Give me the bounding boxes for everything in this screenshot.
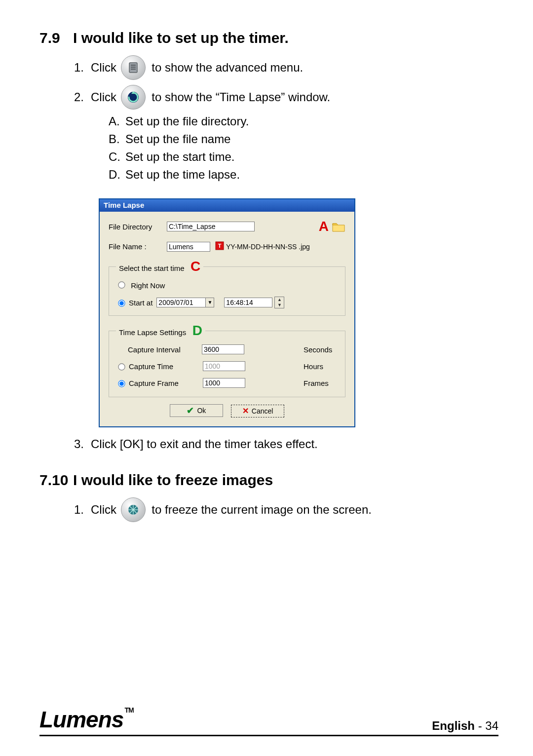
time-lapse-legend: Time Lapse Settings: [119, 328, 186, 337]
time-lapse-icon: [121, 85, 146, 110]
right-now-label: Right Now: [131, 281, 165, 290]
start-at-radio[interactable]: [118, 300, 125, 306]
start-date-input[interactable]: [157, 298, 205, 307]
section-7-9-title: I would like to set up the timer.: [73, 30, 289, 46]
substep-D: D.Set up the time lapse.: [109, 166, 498, 184]
start-time-group: Select the start time C Right Now Start …: [109, 259, 345, 316]
time-lapse-dialog: Time Lapse File Directory A File Name : …: [99, 198, 355, 427]
start-time-input[interactable]: [224, 298, 272, 307]
section-7-10-heading: 7.10I would like to freeze images: [39, 472, 498, 489]
brand-logo: LumensTM: [39, 706, 134, 733]
capture-interval-input[interactable]: [202, 344, 244, 354]
callout-D: D: [192, 323, 202, 338]
svg-text:T: T: [218, 243, 222, 249]
substep-C: C.Set up the start time.: [109, 148, 498, 166]
step-7-9-1: 1.Click to show the advanced menu.: [74, 55, 498, 82]
substep-A: A.Set up the file directory.: [109, 113, 498, 130]
cancel-button[interactable]: ✕Cancel: [231, 405, 284, 417]
ok-button[interactable]: ✔Ok: [170, 404, 223, 417]
page-indicator: English - 34: [432, 719, 498, 733]
step-7-10-1: 1.Click to freeze the current image on t…: [74, 497, 498, 524]
step-7-9-3: 3.Click [OK] to exit and the timer takes…: [39, 434, 498, 454]
browse-folder-icon[interactable]: [332, 221, 345, 232]
start-at-label: Start at: [129, 299, 152, 307]
capture-interval-label: Capture Interval: [128, 345, 202, 354]
section-7-10-title: I would like to freeze images: [73, 472, 273, 488]
file-pattern-text: YY-MM-DD-HH-NN-SS .jpg: [226, 243, 310, 251]
dialog-titlebar: Time Lapse: [100, 199, 354, 212]
file-directory-label: File Directory: [109, 223, 167, 231]
advanced-menu-icon: [121, 55, 146, 80]
capture-frame-radio[interactable]: [118, 380, 125, 387]
time-spinner[interactable]: ▲▼: [274, 297, 284, 308]
file-name-input[interactable]: [167, 242, 210, 252]
substep-B: B.Set up the file name: [109, 130, 498, 148]
right-now-radio[interactable]: [118, 281, 125, 288]
hours-label: Hours: [304, 362, 338, 371]
callout-C: C: [190, 259, 200, 274]
seconds-label: Seconds: [304, 345, 338, 354]
capture-time-label: Capture Time: [129, 362, 203, 371]
start-time-legend: Select the start time: [119, 264, 185, 272]
page-footer: LumensTM English - 34: [39, 706, 498, 736]
pattern-icon: T: [215, 241, 224, 252]
capture-time-radio[interactable]: [118, 363, 125, 370]
step-7-9-2: 2.Click to show the “Time Lapse” window.…: [74, 85, 498, 184]
section-7-9-heading: 7.9I would like to set up the timer.: [39, 30, 498, 46]
svg-rect-0: [129, 63, 137, 73]
section-7-9-number: 7.9: [39, 30, 73, 46]
capture-frame-input[interactable]: [203, 378, 245, 388]
file-directory-input[interactable]: [167, 222, 255, 231]
capture-frame-label: Capture Frame: [129, 379, 203, 387]
callout-A: A: [319, 219, 329, 234]
file-name-label: File Name :: [109, 242, 167, 251]
date-dropdown-icon[interactable]: ▼: [205, 298, 214, 307]
time-lapse-settings-group: Time Lapse Settings D Capture Interval S…: [109, 323, 345, 397]
section-7-10-number: 7.10: [39, 472, 73, 489]
capture-time-input[interactable]: [203, 361, 245, 371]
frames-label: Frames: [304, 379, 338, 387]
freeze-icon: [121, 497, 146, 522]
